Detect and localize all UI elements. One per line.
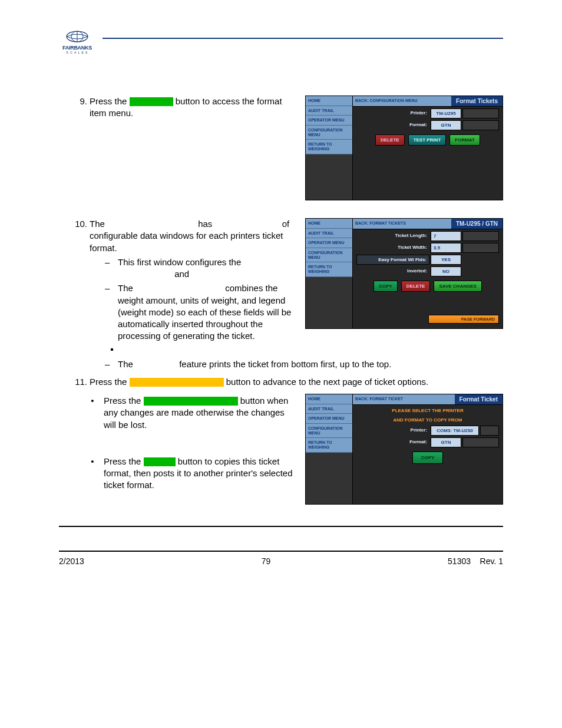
tiny-marker (111, 348, 113, 351)
delete-button[interactable]: DELETE (375, 134, 405, 146)
menu-return-weighing[interactable]: RETURN TO WEIGHING (306, 140, 352, 154)
back-button[interactable]: BACK: FORMAT TICKET (353, 394, 455, 404)
back-button[interactable]: BACK: FORMAT TICKETS (353, 219, 451, 229)
inverted-value[interactable]: NO (431, 266, 461, 276)
format-button[interactable]: FORMAT (449, 134, 480, 146)
bullet-copy: • Press the button to copies this ticket… (88, 456, 296, 492)
header-rule (103, 38, 503, 39)
menu-return-weighing[interactable]: RETURN TO WEIGHING (306, 262, 352, 276)
ticket-width-label: Ticket Width: (356, 243, 429, 253)
format-spacer (462, 120, 499, 130)
width-spacer (462, 243, 499, 253)
format-label: Format: (356, 437, 429, 447)
printer-label: Printer: (356, 108, 429, 118)
globe-icon (64, 28, 90, 42)
menu-configuration[interactable]: CONFIGURATION MENU (306, 424, 352, 438)
format-label: Format: (356, 120, 429, 130)
inverted-label: Inverted: (356, 266, 429, 276)
menu-operator[interactable]: OPERATOR MENU (306, 414, 352, 424)
step-10-sub-1: – This first window configures the and (105, 256, 296, 281)
back-button[interactable]: BACK: CONFIGURATION MENU (353, 96, 451, 106)
footer-doc: 51303 Rev. 1 (448, 556, 503, 566)
delete-button[interactable]: DELETE (401, 281, 431, 292)
fairbanks-logo: FAIRBANKS S C A L E S (59, 28, 95, 54)
step-9: 9. Press the button to access the format… (70, 95, 296, 120)
page-footer: 2/2013 79 51303 Rev. 1 (59, 551, 503, 566)
format-value[interactable]: GTN (431, 437, 461, 447)
copy-button[interactable]: COPY (412, 452, 444, 464)
page-forward-button[interactable]: PAGE FORWARD (428, 315, 499, 324)
menu-configuration[interactable]: CONFIGURATION MENU (306, 126, 352, 140)
printer-value[interactable]: TM-U295 (431, 108, 461, 118)
ticket-length-value[interactable]: 7 (431, 231, 461, 241)
ticket-width-value[interactable]: 3.5 (431, 243, 461, 253)
page-header: FAIRBANKS S C A L E S (59, 28, 503, 54)
menu-return-weighing[interactable]: RETURN TO WEIGHING (306, 438, 352, 452)
printer-spacer (462, 108, 499, 118)
printer-value[interactable]: COM3: TM-U230 (431, 426, 479, 436)
footer-page: 79 (262, 556, 271, 566)
format-spacer (462, 437, 499, 447)
test-print-button[interactable]: TEST PRINT (408, 134, 447, 146)
step-10-sub-3: – The feature prints the ticket from bot… (105, 358, 503, 370)
menu-home[interactable]: HOME (306, 96, 352, 106)
screenshot-copy-format: HOME AUDIT TRAIL OPERATOR MENU CONFIGURA… (305, 394, 503, 505)
printer-label: Printer: (356, 426, 429, 436)
copy-button-placeholder (144, 457, 176, 466)
screen-title: Format Ticket (455, 394, 503, 404)
menu-configuration[interactable]: CONFIGURATION MENU (306, 248, 352, 262)
ticket-length-label: Ticket Length: (356, 231, 429, 241)
copy-msg-2: AND FORMAT TO COPY FROM (356, 416, 499, 424)
length-spacer (462, 231, 499, 241)
screenshot-format-tickets: HOME AUDIT TRAIL OPERATOR MENU CONFIGURA… (305, 95, 503, 200)
copy-msg-1: PLEASE SELECT THE PRINTER (356, 407, 499, 414)
screen-title: TM-U295 / GTN (451, 219, 503, 229)
screen-title: Format Tickets (451, 96, 503, 106)
menu-home[interactable]: HOME (306, 394, 352, 404)
easy-format-value[interactable]: YES (431, 255, 461, 265)
menu-operator[interactable]: OPERATOR MENU (306, 238, 352, 248)
easy-format-label: Easy Format Wt Flds: (356, 255, 429, 265)
save-changes-placeholder (144, 397, 238, 406)
copy-button[interactable]: COPY (373, 281, 398, 292)
footer-date: 2/2013 (59, 556, 84, 566)
menu-audit-trail[interactable]: AUDIT TRAIL (306, 229, 352, 239)
bullet-save-changes: • Press the button when any changes are … (88, 395, 296, 431)
step-10: 10. The has of configurable data windows… (70, 218, 296, 254)
step-11: 11. Press the button to advance to the n… (70, 376, 503, 388)
save-changes-button[interactable]: SAVE CHANGES (434, 281, 481, 292)
printer-spacer (480, 426, 499, 436)
step-10-sub-2: – The combines the weight amount, units … (105, 282, 296, 342)
page-forward-placeholder (130, 378, 224, 387)
format-value[interactable]: GTN (431, 120, 461, 130)
menu-operator[interactable]: OPERATOR MENU (306, 116, 352, 126)
bottom-rule (59, 526, 503, 527)
menu-audit-trail[interactable]: AUDIT TRAIL (306, 106, 352, 116)
format-button-placeholder (130, 97, 173, 106)
menu-home[interactable]: HOME (306, 219, 352, 229)
menu-audit-trail[interactable]: AUDIT TRAIL (306, 404, 352, 414)
screenshot-format-item: HOME AUDIT TRAIL OPERATOR MENU CONFIGURA… (305, 218, 503, 329)
